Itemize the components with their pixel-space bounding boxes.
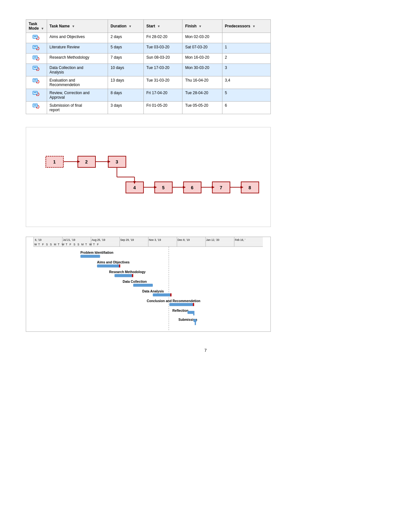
task-start-cell: Fri 01-05-20 <box>143 102 182 114</box>
svg-rect-105 <box>169 303 193 306</box>
task-start-cell: Tue 03-03-20 <box>143 43 182 54</box>
task-duration-cell: 2 days <box>108 33 144 43</box>
svg-text:Feb 16, ': Feb 16, ' <box>235 238 245 241</box>
svg-rect-100 <box>133 284 153 287</box>
col-header-task-mode: TaskMode ▼ <box>26 20 47 33</box>
task-finish-cell: Mon 30-03-20 <box>182 64 222 76</box>
svg-text:T: T <box>66 243 67 246</box>
network-svg: 1 2 3 4 5 6 7 8 <box>26 127 270 227</box>
svg-text:Research Methodology: Research Methodology <box>109 270 145 274</box>
task-start-cell: Fri 28-02-20 <box>143 33 182 43</box>
col-header-start: Start ▼ <box>143 20 182 33</box>
task-finish-cell: Mon 02-03-20 <box>182 33 222 43</box>
svg-text:Dec 8, '19: Dec 8, '19 <box>178 238 190 241</box>
task-predecessors-cell: 5 <box>222 89 270 102</box>
svg-text:Aims and Objectives: Aims and Objectives <box>97 261 130 264</box>
gantt-chart-section: 6, '19 Jul 21, '19 Aug 25, '19 Sep 29, '… <box>26 237 271 332</box>
svg-text:7: 7 <box>220 185 222 190</box>
svg-text:W: W <box>62 243 64 246</box>
svg-text:8: 8 <box>249 185 251 190</box>
svg-text:S: S <box>73 243 75 246</box>
project-table: TaskMode ▼ Task Name ▼ Duration ▼ Start … <box>26 19 271 114</box>
svg-text:Jan 12, '20: Jan 12, '20 <box>206 238 220 241</box>
task-predecessors-cell: 6 <box>222 102 270 114</box>
task-finish-cell: Tue 05-05-20 <box>182 102 222 114</box>
svg-text:Sep 29, '19: Sep 29, '19 <box>120 238 134 241</box>
task-predecessors-cell: 1 <box>222 43 270 54</box>
col-header-finish: Finish ▼ <box>182 20 222 33</box>
svg-text:Aug 25, '19: Aug 25, '19 <box>92 238 105 241</box>
svg-rect-95 <box>119 264 120 267</box>
svg-text:Problem Identifiation: Problem Identifiation <box>81 251 113 254</box>
task-start-cell: Tue 17-03-20 <box>143 64 182 76</box>
svg-rect-92 <box>81 255 100 258</box>
task-name-cell: Research Methodology <box>47 54 108 64</box>
task-predecessors-cell: 2 <box>222 54 270 64</box>
svg-text:5: 5 <box>162 185 165 190</box>
task-start-cell: Tue 31-03-20 <box>143 76 182 89</box>
svg-text:W: W <box>89 243 92 246</box>
svg-rect-94 <box>97 264 120 267</box>
svg-text:T: T <box>58 243 59 246</box>
svg-rect-7 <box>34 57 36 57</box>
svg-rect-103 <box>170 293 171 296</box>
task-duration-cell: 8 days <box>108 89 144 102</box>
svg-rect-97 <box>114 274 132 277</box>
svg-text:6: 6 <box>191 185 193 190</box>
svg-text:Jul 21, '19: Jul 21, '19 <box>63 238 75 241</box>
svg-rect-13 <box>34 80 36 80</box>
svg-text:Data Collection: Data Collection <box>122 280 147 283</box>
svg-text:M: M <box>81 243 83 246</box>
col-header-task-name: Task Name ▼ <box>47 20 108 33</box>
svg-rect-108 <box>188 311 194 314</box>
task-mode-cell <box>26 89 47 102</box>
svg-text:T: T <box>38 243 40 246</box>
task-finish-cell: Mon 16-03-20 <box>182 54 222 64</box>
task-name-cell: Submission of final report <box>47 102 108 114</box>
task-name-cell: Aims and Objectives <box>47 33 108 43</box>
col-header-duration: Duration ▼ <box>108 20 144 33</box>
svg-rect-19 <box>34 105 36 105</box>
svg-rect-16 <box>34 92 36 93</box>
svg-text:Nov 3, '19: Nov 3, '19 <box>149 238 161 241</box>
network-diagram: 1 2 3 4 5 6 7 8 <box>26 127 271 227</box>
col-header-predecessors: Predecessors ▼ <box>222 20 270 33</box>
svg-text:S: S <box>46 243 48 246</box>
svg-rect-21 <box>26 127 270 227</box>
task-predecessors-cell <box>222 33 270 43</box>
svg-text:F: F <box>42 243 44 246</box>
svg-text:6, '19: 6, '19 <box>35 238 42 241</box>
svg-rect-98 <box>132 274 133 277</box>
svg-text:1: 1 <box>53 159 56 164</box>
svg-text:Reflection: Reflection <box>172 309 189 312</box>
task-finish-cell: Tue 28-04-20 <box>182 89 222 102</box>
svg-rect-4 <box>34 46 36 47</box>
svg-rect-112 <box>195 321 196 325</box>
svg-text:T: T <box>85 243 87 246</box>
task-finish-cell: Sat 07-03-20 <box>182 43 222 54</box>
svg-rect-10 <box>34 67 36 68</box>
task-duration-cell: 13 days <box>108 76 144 89</box>
gantt-svg: 6, '19 Jul 21, '19 Aug 25, '19 Sep 29, '… <box>26 237 270 330</box>
svg-text:Conclusion and Recommendetion: Conclusion and Recommendetion <box>147 299 200 303</box>
project-table-section: TaskMode ▼ Task Name ▼ Duration ▼ Start … <box>26 19 385 114</box>
task-name-cell: Review, Correction and Approval <box>47 89 108 102</box>
svg-text:4: 4 <box>133 185 136 190</box>
task-finish-cell: Thu 16-04-20 <box>182 76 222 89</box>
task-mode-cell <box>26 54 47 64</box>
svg-text:M: M <box>54 243 56 246</box>
task-name-cell: Evaluation and Recommendetion <box>47 76 108 89</box>
svg-text:T: T <box>93 243 95 246</box>
task-predecessors-cell: 3,4 <box>222 76 270 89</box>
task-duration-cell: 10 days <box>108 64 144 76</box>
svg-text:3: 3 <box>116 159 118 164</box>
svg-text:F: F <box>70 243 71 246</box>
page-number: 7 <box>26 348 385 353</box>
task-mode-cell <box>26 64 47 76</box>
svg-text:S: S <box>77 243 79 246</box>
task-duration-cell: 5 days <box>108 43 144 54</box>
task-duration-cell: 7 days <box>108 54 144 64</box>
svg-text:2: 2 <box>85 159 88 164</box>
svg-rect-109 <box>193 311 194 315</box>
task-mode-cell <box>26 43 47 54</box>
